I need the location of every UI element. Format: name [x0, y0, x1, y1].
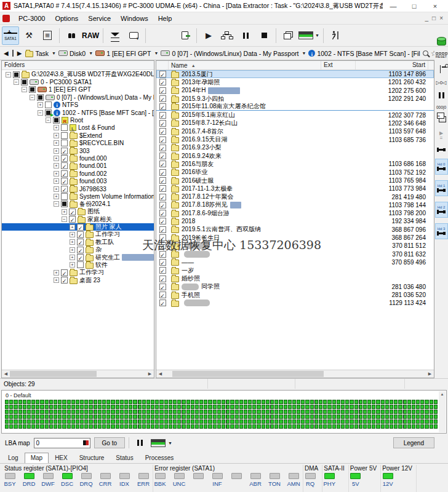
sata1-port-button[interactable]: SATA1: [2, 26, 19, 45]
file-checkbox[interactable]: [159, 234, 166, 241]
tab-log[interactable]: Log: [2, 453, 24, 463]
tree-checkbox[interactable]: [77, 261, 84, 268]
connector-button[interactable]: [437, 148, 446, 152]
file-row[interactable]: 2013.5厦门1103 147 8961103 145: [156, 70, 434, 78]
file-row[interactable]: 2016毕业1103 752 1921103 750: [156, 169, 434, 177]
expand-toggle[interactable]: +: [54, 140, 59, 146]
export-data-button[interactable]: [176, 26, 193, 45]
file-checkbox[interactable]: [159, 242, 166, 249]
expand-toggle[interactable]: −: [14, 79, 19, 85]
scrollbar-thumb[interactable]: [10, 371, 97, 377]
file-checkbox[interactable]: [159, 202, 166, 208]
file-checkbox[interactable]: [159, 177, 166, 184]
file-checkbox[interactable]: [159, 112, 166, 119]
nav-scan-item[interactable]: 1002 - NTFS [Base MFT Scan] - [Fil: [308, 50, 420, 57]
file-row[interactable]: ——370 859 496370 857: [156, 258, 434, 266]
tree-item[interactable]: +NTFS: [2, 101, 154, 109]
expand-toggle[interactable]: +: [70, 262, 75, 268]
expand-toggle[interactable]: −: [38, 110, 43, 116]
hd-button-hd0[interactable]: Hd 0: [435, 159, 448, 175]
lba-input[interactable]: [34, 440, 83, 446]
tree-item[interactable]: +研究生工教授: [2, 253, 154, 261]
expand-toggle[interactable]: +: [54, 178, 59, 184]
tree-checkbox[interactable]: [61, 155, 68, 162]
legend-button[interactable]: Legend: [393, 437, 434, 448]
menu-item-service[interactable]: Service: [83, 14, 116, 23]
file-row[interactable]: 婚纱照: [156, 274, 434, 282]
probe-button[interactable]: [435, 65, 447, 73]
tree-item[interactable]: −0 [07] - (Windows/Linux) Data - My Pass…: [2, 93, 154, 101]
file-row[interactable]: 370 811 512370 809: [156, 242, 434, 250]
tree-item[interactable]: −0 - PC3000 SATA1: [2, 78, 154, 85]
file-checkbox[interactable]: [159, 71, 166, 77]
mdi-minimize-button[interactable]: _: [425, 15, 429, 22]
tree-checkbox[interactable]: [61, 200, 68, 207]
file-row[interactable]: 手机照281 036 520281 034: [156, 291, 434, 299]
tree-checkbox[interactable]: [61, 162, 68, 169]
tab-status[interactable]: Status: [110, 453, 138, 463]
tree-item[interactable]: +图纸: [2, 208, 154, 215]
utility-tools-button[interactable]: ⚒: [20, 26, 38, 45]
tree-checkbox[interactable]: [53, 117, 60, 124]
expand-toggle[interactable]: +: [54, 148, 59, 154]
file-row[interactable]: 2013年孕期照1201 260 4321201 258: [156, 78, 434, 86]
scroll-left-icon[interactable]: ◀: [2, 371, 10, 376]
pause-side-button[interactable]: [439, 92, 444, 98]
map-style-dropdown[interactable]: ▼: [150, 437, 173, 449]
tree-item[interactable]: +System Volume Information: [2, 192, 154, 200]
tree-checkbox[interactable]: [61, 148, 68, 154]
expand-toggle[interactable]: +: [54, 133, 59, 138]
processes-button[interactable]: [327, 26, 344, 45]
tree-item[interactable]: +桌面 23: [2, 277, 154, 284]
file-checkbox[interactable]: [159, 153, 166, 159]
file-row[interactable]: 2015年11.08南京大屠杀纪念馆: [156, 103, 434, 111]
tree-checkbox[interactable]: [77, 224, 84, 231]
file-row[interactable]: 2016.9.24欢来: [156, 152, 434, 160]
filter-button[interactable]: [106, 26, 124, 45]
tree-checkbox[interactable]: [61, 277, 68, 284]
file-row[interactable]: 2018192 334 984192 332: [156, 217, 434, 225]
file-checkbox[interactable]: [159, 87, 166, 94]
tree-item[interactable]: −1 [EE] EFI GPT: [2, 86, 154, 93]
tree-checkbox[interactable]: [61, 170, 68, 177]
tree-item[interactable]: +Lost & Found: [2, 124, 154, 132]
tree-item[interactable]: +$RECYCLE.BIN: [2, 140, 154, 147]
expand-toggle[interactable]: −: [62, 216, 67, 222]
file-row[interactable]: 2015年8.7-12长白山1202 346 6481202 344: [156, 119, 434, 127]
expand-toggle[interactable]: +: [54, 125, 59, 130]
file-checkbox[interactable]: [159, 210, 166, 216]
column-header-name[interactable]: Name▲: [169, 61, 321, 69]
tree-item[interactable]: +软件: [2, 261, 154, 269]
file-row[interactable]: 一岁: [156, 266, 434, 274]
file-row[interactable]: 370 811 632370 809: [156, 250, 434, 258]
cascade-windows-button[interactable]: [279, 26, 297, 45]
file-checkbox[interactable]: [159, 79, 166, 85]
file-checkbox[interactable]: [159, 218, 166, 224]
tree-item[interactable]: −备份2024.1: [2, 200, 154, 208]
report-button[interactable]: ≡: [39, 26, 56, 45]
scroll-left-icon[interactable]: ◀: [156, 371, 164, 376]
menu-item-pc-3000[interactable]: PC-3000: [14, 14, 50, 23]
file-row[interactable]: 2019.5.1云南普洱、西双版纳368 867 096368 865: [156, 226, 434, 234]
playback-zero-button[interactable]: ▷0◁: [436, 80, 447, 85]
tree-checkbox[interactable]: [77, 231, 84, 238]
sector-edit-button[interactable]: 000|0: [436, 105, 446, 109]
file-checkbox[interactable]: [159, 292, 166, 298]
scroll-up-icon[interactable]: ▲: [441, 392, 444, 396]
tab-structure[interactable]: Structure: [74, 453, 110, 463]
file-checkbox[interactable]: [159, 259, 166, 266]
expand-toggle[interactable]: +: [54, 186, 59, 192]
expand-toggle[interactable]: −: [46, 117, 51, 123]
file-row[interactable]: 2016.9.23小梨: [156, 144, 434, 152]
file-checkbox[interactable]: [159, 300, 166, 306]
stop-button[interactable]: [255, 26, 273, 45]
tree-item[interactable]: −G:\2024\3.8_蒋USB WD2T开盘WXG2E40DLJUF\: [2, 71, 154, 78]
write-database-button[interactable]: [437, 38, 446, 46]
nav-partition-dropdown[interactable]: 1 [EE] EFI GPT ▼: [95, 50, 158, 57]
file-row[interactable]: 2017.8.18苏州见1103 798 1441103 796: [156, 201, 434, 209]
scrollbar-thumb[interactable]: [172, 371, 324, 377]
expand-toggle[interactable]: +: [54, 163, 59, 169]
file-checkbox[interactable]: [159, 95, 166, 102]
hd-button-hd2[interactable]: Hd 2: [435, 202, 448, 218]
expand-toggle[interactable]: −: [30, 95, 35, 100]
